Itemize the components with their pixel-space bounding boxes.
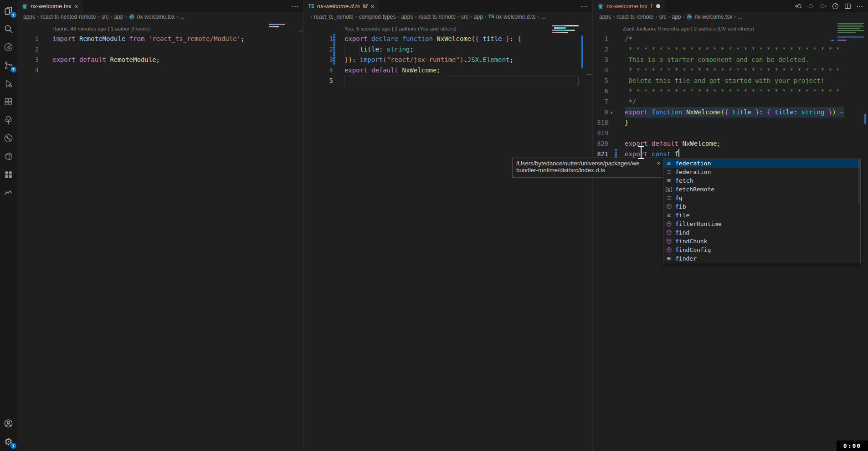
breadcrumb-file[interactable]: TSnx-welcome.d.ts bbox=[488, 14, 535, 20]
suggest-item-find[interactable]: find bbox=[663, 228, 860, 237]
suggest-item-fetch[interactable]: fetch bbox=[663, 176, 860, 185]
breadcrumb-item[interactable]: app bbox=[672, 14, 681, 20]
more-actions-icon[interactable]: ⋯ bbox=[292, 2, 299, 10]
breadcrumb-item[interactable]: react-ts-nested-remote bbox=[41, 14, 96, 20]
code-line-818[interactable]: 818} bbox=[593, 118, 868, 128]
codelens-blame[interactable]: Hanric, 48 minutes ago | 1 author (Hanri… bbox=[17, 24, 303, 34]
code-editor[interactable]: Zack Jackson, 9 months ago | 2 authors (… bbox=[593, 21, 868, 159]
nav-forward-icon[interactable] bbox=[819, 2, 827, 10]
fold-chevron-icon[interactable] bbox=[608, 55, 615, 65]
minimap[interactable] bbox=[552, 25, 579, 26]
minimap[interactable] bbox=[837, 32, 856, 33]
breadcrumb-item[interactable]: src bbox=[101, 14, 108, 20]
more-actions-icon[interactable]: ⋯ bbox=[580, 2, 588, 10]
breadcrumb-item[interactable]: compiled-types bbox=[359, 14, 396, 20]
nav-back-icon[interactable] bbox=[795, 2, 802, 10]
close-icon[interactable]: × bbox=[657, 160, 660, 167]
more-actions-icon[interactable]: ⋯ bbox=[856, 2, 863, 10]
code-line-2[interactable]: 2 * * * * * * * * * * * * * * * * * * * … bbox=[593, 44, 868, 55]
suggest-item-fetchRemote[interactable]: [@]fetchRemote bbox=[663, 185, 860, 194]
breadcrumb-item[interactable]: apps bbox=[599, 14, 611, 20]
fold-chevron-icon[interactable] bbox=[608, 34, 615, 44]
activity-bar-item-git-graph[interactable] bbox=[3, 132, 15, 144]
code-line-3[interactable]: 3}): import("react/jsx-runtime").JSX.Ele… bbox=[304, 55, 592, 65]
code-line-820[interactable]: 820export default NxWelcome; bbox=[593, 138, 868, 149]
activity-bar-item-extensions[interactable] bbox=[3, 96, 15, 108]
suggest-item-finder[interactable]: finder bbox=[663, 254, 860, 263]
history-icon[interactable] bbox=[832, 2, 839, 10]
breadcrumb-item[interactable]: app bbox=[114, 14, 123, 20]
activity-bar-item-tree[interactable] bbox=[3, 114, 15, 126]
minimap[interactable] bbox=[837, 25, 863, 26]
code-line-8[interactable]: 8›export function NxWelcome({ title }: {… bbox=[593, 107, 868, 118]
code-editor[interactable]: You, 5 seconds ago | 2 authors (You and … bbox=[304, 21, 592, 86]
suggest-item-findChunk[interactable]: findChunk bbox=[663, 237, 860, 246]
fold-chevron-icon[interactable] bbox=[608, 65, 615, 76]
minimap[interactable] bbox=[552, 30, 575, 31]
suggest-item-fg[interactable]: fg bbox=[663, 194, 860, 202]
breadcrumb-symbol-tail[interactable]: ... bbox=[180, 14, 185, 20]
activity-bar-item-source-control[interactable]: 7 bbox=[3, 59, 15, 71]
minimap[interactable] bbox=[831, 40, 834, 41]
suggest-item-filterRuntime[interactable]: filterRuntime bbox=[663, 220, 860, 228]
code-line-7[interactable]: 7 */ bbox=[593, 97, 868, 107]
breadcrumb-item[interactable]: react-ts-remote bbox=[616, 14, 653, 20]
breadcrumb-item[interactable]: react-ts-remote bbox=[418, 14, 455, 20]
suggest-item-federation[interactable]: federation bbox=[663, 159, 860, 168]
suggest-scrollbar[interactable] bbox=[858, 160, 860, 204]
suggest-item-fib[interactable]: fib bbox=[663, 202, 860, 211]
activity-bar-item-search[interactable] bbox=[3, 23, 15, 35]
tab-close-icon[interactable]: × bbox=[74, 3, 79, 10]
activity-bar-item-settings-gear[interactable]: ⚙1 bbox=[3, 436, 15, 447]
activity-bar-item-cube[interactable] bbox=[3, 150, 15, 162]
breadcrumb-item[interactable]: apps bbox=[23, 14, 35, 20]
code-editor[interactable]: Hanric, 48 minutes ago | 1 author (Hanri… bbox=[17, 21, 303, 76]
tab-nx-welcome.tsx[interactable]: nx-welcome.tsx× bbox=[17, 0, 83, 12]
code-line-2[interactable]: 2 bbox=[17, 44, 303, 55]
suggest-item-file[interactable]: file bbox=[663, 211, 860, 220]
code-line-4[interactable]: 4 * * * * * * * * * * * * * * * * * * * … bbox=[593, 65, 868, 76]
breadcrumb-item[interactable]: src bbox=[659, 14, 666, 20]
activity-bar-item-files[interactable]: 1 bbox=[3, 5, 15, 16]
suggest-item-federation[interactable]: federation bbox=[663, 168, 860, 176]
activity-bar-item-history-at[interactable] bbox=[3, 41, 15, 53]
code-line-1[interactable]: 1export declare function NxWelcome({ tit… bbox=[304, 34, 592, 44]
fold-chevron-icon[interactable] bbox=[608, 86, 615, 97]
codelens-blame[interactable]: Zack Jackson, 9 months ago | 2 authors (… bbox=[593, 24, 868, 34]
code-line-1[interactable]: 1/* bbox=[593, 34, 868, 44]
split-editor-icon[interactable] bbox=[844, 2, 852, 10]
code-line-5[interactable]: 5 Delete this file and get started with … bbox=[593, 76, 868, 86]
fold-chevron-icon[interactable] bbox=[608, 44, 615, 55]
activity-bar-item-account[interactable] bbox=[3, 417, 15, 429]
suggest-item-findConfig[interactable]: findConfig bbox=[663, 246, 860, 254]
minimap[interactable] bbox=[837, 26, 864, 27]
code-line-3[interactable]: 3 This is a starter component and can be… bbox=[593, 55, 868, 65]
activity-bar-item-grid[interactable] bbox=[3, 169, 15, 180]
fold-chevron-icon[interactable] bbox=[608, 138, 615, 149]
activity-bar-item-run-debug[interactable] bbox=[3, 77, 15, 89]
breadcrumb-item[interactable]: app bbox=[474, 14, 483, 20]
code-line-4[interactable]: 4export default NxWelcome; bbox=[304, 65, 592, 76]
fold-chevron-icon[interactable] bbox=[608, 97, 615, 107]
fold-chevron-icon[interactable] bbox=[608, 76, 615, 86]
tab-nx-welcome.tsx[interactable]: nx-welcome.tsx1 bbox=[593, 0, 665, 12]
minimap[interactable] bbox=[837, 40, 847, 41]
code-line-6[interactable]: 6 * * * * * * * * * * * * * * * * * * * … bbox=[593, 86, 868, 97]
codelens-blame[interactable]: You, 5 seconds ago | 2 authors (You and … bbox=[304, 24, 592, 34]
fold-chevron-icon[interactable] bbox=[608, 118, 615, 128]
code-line-4[interactable]: 4 bbox=[17, 65, 303, 76]
code-line-2[interactable]: 2 title: string; bbox=[304, 44, 592, 55]
breadcrumb-symbol-tail[interactable]: ... bbox=[738, 14, 742, 20]
code-line-819[interactable]: 819 bbox=[593, 128, 868, 138]
tab-dirty-icon[interactable] bbox=[656, 4, 660, 8]
fold-chevron-icon[interactable] bbox=[608, 128, 615, 138]
minimap[interactable] bbox=[552, 32, 568, 33]
minimap[interactable] bbox=[837, 28, 860, 29]
code-line-1[interactable]: 1import RemoteModule from 'react_ts_remo… bbox=[17, 34, 303, 44]
code-line-5[interactable]: 5 bbox=[304, 76, 592, 86]
tab-close-icon[interactable]: × bbox=[370, 3, 375, 10]
breadcrumb-item[interactable]: src bbox=[461, 14, 468, 20]
current-change-icon[interactable] bbox=[807, 2, 815, 10]
minimap[interactable] bbox=[269, 26, 279, 27]
activity-bar-item-zigzag[interactable] bbox=[3, 187, 15, 199]
